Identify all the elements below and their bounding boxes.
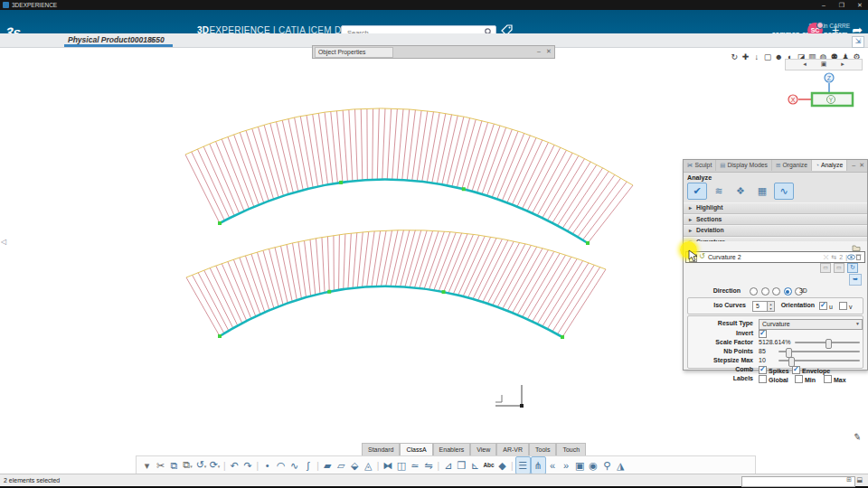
section-highlight[interactable]: ▸Highlight <box>684 202 867 214</box>
robot-axis-widget[interactable]: Z X Y <box>773 70 863 116</box>
scale-factor-slider[interactable] <box>795 342 860 343</box>
reset-range-icon[interactable]: ▭ <box>834 263 844 273</box>
text-abc-icon[interactable]: Abc <box>482 457 495 474</box>
render-paint-icon[interactable]: ◮ <box>614 457 627 474</box>
apply-range-icon[interactable]: ▭ <box>820 263 831 273</box>
surface-curvature-icon[interactable]: ▦ <box>752 183 772 200</box>
invert-checkbox[interactable] <box>759 330 767 338</box>
connect-checker-icon[interactable]: ⋔ <box>531 456 546 474</box>
spikes-checkbox[interactable] <box>759 366 767 374</box>
snap-icon[interactable]: ⊿ <box>441 457 455 474</box>
patch-icon[interactable]: ▰ <box>321 457 335 474</box>
undo-history-icon[interactable]: ↺▾ <box>194 456 208 474</box>
cut-icon[interactable]: ✂ <box>154 457 167 474</box>
comb-envelope[interactable]: Envelope <box>792 366 830 374</box>
nb-points-slider[interactable] <box>778 351 860 352</box>
direction-radio-2[interactable] <box>772 287 780 296</box>
direction-radio-3[interactable] <box>784 287 792 296</box>
tab-sculpt[interactable]: ✀Sculpt <box>684 160 716 171</box>
spline-icon[interactable]: ∿ <box>288 457 301 474</box>
pan-icon[interactable]: ✚ <box>740 52 750 63</box>
undo-icon[interactable]: ↶ <box>228 457 241 474</box>
direction-radio-1[interactable] <box>761 287 769 296</box>
update-icon-caret[interactable]: ▾ <box>218 464 221 469</box>
diamond-surface-icon[interactable]: ◆ <box>495 457 509 474</box>
labels-max[interactable]: Max <box>824 375 846 383</box>
curve-endpoint-marker[interactable] <box>327 290 331 294</box>
split-icon[interactable]: ⧓ <box>381 457 394 474</box>
envelope-checkbox[interactable] <box>792 366 800 374</box>
curve-icon[interactable]: ʃ <box>301 457 315 474</box>
labels-global[interactable]: Global <box>759 375 788 383</box>
section-deviation[interactable]: ▸Deviation <box>684 225 867 237</box>
rotate-view-icon[interactable]: ↻ <box>729 52 740 63</box>
snapshot-icon[interactable]: ▣ <box>573 457 587 474</box>
redo-icon[interactable]: ↷ <box>241 457 255 474</box>
slider-thumb[interactable] <box>786 348 792 358</box>
v-checkbox[interactable] <box>839 302 847 310</box>
curve-curvature-icon[interactable]: ∿ <box>774 183 794 200</box>
status-assistant-icon[interactable]: ⬓ <box>856 476 863 483</box>
object-properties-toolbar[interactable]: Object Properties – ✕ <box>312 45 555 59</box>
left-panel-expander-icon[interactable]: ◁ <box>1 238 6 246</box>
tab-view[interactable]: View <box>470 443 496 455</box>
curve-endpoint-marker[interactable] <box>462 187 466 191</box>
folder-icon[interactable] <box>852 244 861 251</box>
skip-forward-icon[interactable]: » <box>560 457 573 474</box>
refresh-icon[interactable]: ↻ <box>847 263 858 273</box>
highlight-check-icon[interactable]: ✔ <box>687 183 707 200</box>
arc-icon[interactable]: ◠ <box>274 457 288 474</box>
curve-endpoint-marker[interactable] <box>218 221 222 225</box>
analyzed-curve[interactable] <box>220 179 588 243</box>
match-icon[interactable]: ≃ <box>408 457 421 474</box>
hide-show-icon[interactable]: ☻ <box>773 52 784 63</box>
curvature-item-row[interactable]: ↺ Curvature 2 ⤬⇆2| <box>685 251 865 263</box>
labels-min[interactable]: Min <box>795 375 816 383</box>
close-button[interactable]: ✕ <box>852 0 868 10</box>
toolbar-minimize-button[interactable]: – <box>534 46 543 57</box>
tab-display-modes[interactable]: ▤Display Modes <box>716 160 772 171</box>
curve-endpoint-marker[interactable] <box>442 290 446 294</box>
command-input[interactable] <box>741 476 855 487</box>
copy-icon[interactable]: ⧉ <box>167 457 181 474</box>
toolbar-close-button[interactable]: ✕ <box>544 46 553 57</box>
direction-radio-0[interactable] <box>750 287 758 296</box>
tab-touch[interactable]: Touch <box>556 443 586 455</box>
camera-icon[interactable]: ◉ <box>587 457 600 474</box>
orientation-u[interactable]: u <box>819 302 833 310</box>
display-list-icon[interactable]: ☰ <box>515 456 531 474</box>
isophotes-icon[interactable]: ≋ <box>709 183 729 200</box>
curvature-comb-2[interactable] <box>186 230 606 339</box>
stepper-arrows-icon[interactable]: ▴▾ <box>767 302 774 311</box>
panel-minimize-button[interactable]: – <box>852 162 855 168</box>
u-checkbox[interactable] <box>819 302 827 310</box>
iso-curves-stepper[interactable]: 5▴▾ <box>752 301 775 312</box>
catalog-book-icon[interactable]: ❒ <box>455 457 468 474</box>
orientation-v[interactable]: v <box>839 302 853 310</box>
panel-close-button[interactable]: ✕ <box>859 162 864 168</box>
paste-icon[interactable]: ⧉▾ <box>181 456 194 474</box>
tab-classa[interactable]: ClassA <box>400 443 432 455</box>
max-checkbox[interactable] <box>824 375 832 383</box>
walk-avatar-icon[interactable]: ⚲ <box>600 457 614 474</box>
tab-tools[interactable]: Tools <box>529 443 556 455</box>
curvature-comb-1[interactable] <box>185 108 633 245</box>
maximize-button[interactable]: ❐ <box>834 0 850 10</box>
comb-spikes[interactable]: Spikes <box>759 366 789 374</box>
surface-arrow-icon[interactable]: ◬ <box>362 457 375 474</box>
fit-all-icon[interactable]: ▢ <box>762 52 773 63</box>
add-tab-button[interactable]: + <box>149 35 155 45</box>
unlink-icon[interactable]: ⤬ <box>824 254 829 260</box>
undo-history-icon-caret[interactable]: ▾ <box>204 464 207 469</box>
flip-icon[interactable]: ⇋ <box>421 457 435 474</box>
section-sections[interactable]: ▸Sections <box>684 214 867 226</box>
update-icon[interactable]: ⟳▾ <box>208 456 222 474</box>
slider-thumb[interactable] <box>826 339 832 349</box>
global-checkbox[interactable] <box>759 375 767 383</box>
reflection-lines-icon[interactable]: ❖ <box>731 183 750 200</box>
face-icon[interactable]: ▱ <box>335 457 348 474</box>
camera-prev-icon[interactable]: ◂ <box>803 61 807 67</box>
min-checkbox[interactable] <box>795 375 803 383</box>
tab-ar-vr[interactable]: AR-VR <box>496 443 529 455</box>
tab-analyze[interactable]: ◔Analyze <box>812 160 847 171</box>
